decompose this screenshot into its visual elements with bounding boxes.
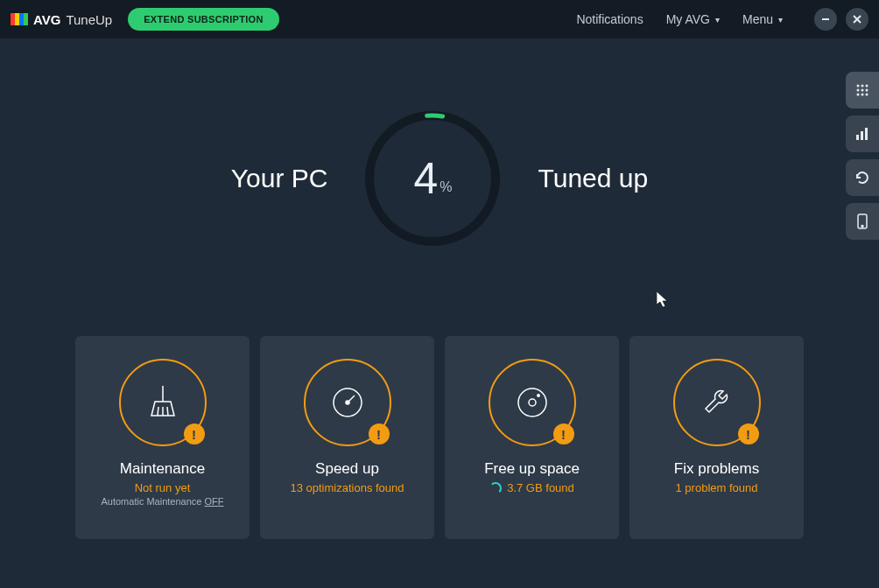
gauge-unit: % xyxy=(440,179,452,195)
svg-point-10 xyxy=(857,89,860,92)
titlebar-nav: Notifications My AVG ▾ Menu ▾ xyxy=(576,8,868,31)
svg-point-30 xyxy=(518,388,546,416)
card-subtitle: 13 optimizations found xyxy=(290,481,404,494)
wrench-icon xyxy=(697,382,737,423)
disk-icon xyxy=(512,382,552,423)
avg-logo-icon xyxy=(11,10,28,28)
svg-rect-17 xyxy=(861,131,863,140)
undo-icon xyxy=(854,170,870,186)
progress-gauge: 4 % xyxy=(362,108,503,248)
svg-point-11 xyxy=(861,89,864,92)
warning-badge-icon: ! xyxy=(738,424,759,444)
svg-point-7 xyxy=(857,85,860,88)
card-icon-wrap: ! xyxy=(489,359,576,446)
chart-icon xyxy=(855,127,869,141)
notifications-label: Notifications xyxy=(576,12,643,26)
card-free-space[interactable]: ! Free up space 3.7 GB found xyxy=(445,336,619,539)
titlebar: AVG TuneUp EXTEND SUBSCRIPTION Notificat… xyxy=(0,0,879,38)
warning-badge-icon: ! xyxy=(369,424,390,444)
card-subtitle: Not run yet xyxy=(135,481,191,494)
svg-point-13 xyxy=(857,94,860,96)
side-tab-phone[interactable] xyxy=(846,203,879,240)
my-avg-label: My AVG xyxy=(666,12,710,26)
side-tabs xyxy=(846,72,879,240)
brand-product: TuneUp xyxy=(66,12,112,27)
svg-rect-18 xyxy=(865,128,868,140)
svg-rect-0 xyxy=(11,13,15,25)
minimize-button[interactable] xyxy=(814,8,837,31)
brand-name: AVG xyxy=(33,12,60,27)
warning-badge-icon: ! xyxy=(184,424,205,444)
svg-rect-3 xyxy=(24,13,28,25)
svg-point-29 xyxy=(346,401,349,404)
svg-rect-2 xyxy=(19,13,24,25)
card-extra: Automatic Maintenance OFF xyxy=(101,496,223,507)
card-title: Free up space xyxy=(484,460,580,478)
card-icon-wrap: ! xyxy=(304,359,391,446)
card-fix-problems[interactable]: ! Fix problems 1 problem found xyxy=(629,336,804,539)
svg-point-15 xyxy=(866,94,868,96)
grid-icon xyxy=(855,83,869,97)
svg-point-12 xyxy=(866,89,868,92)
svg-line-26 xyxy=(167,407,168,416)
card-subtitle: 1 problem found xyxy=(676,481,758,494)
side-tab-undo[interactable] xyxy=(846,159,879,196)
svg-rect-1 xyxy=(15,13,19,25)
my-avg-menu[interactable]: My AVG ▾ xyxy=(666,12,720,26)
chevron-down-icon: ▾ xyxy=(778,15,783,24)
card-subtitle-text: 3.7 GB found xyxy=(507,481,574,494)
svg-point-32 xyxy=(537,395,538,396)
card-icon-wrap: ! xyxy=(119,359,207,446)
svg-rect-16 xyxy=(856,135,859,140)
svg-point-20 xyxy=(861,226,863,228)
svg-line-24 xyxy=(158,407,158,416)
notifications-link[interactable]: Notifications xyxy=(576,12,643,26)
card-icon-wrap: ! xyxy=(673,359,761,446)
side-tab-grid[interactable] xyxy=(846,72,879,108)
card-title: Fix problems xyxy=(674,460,759,478)
card-maintenance[interactable]: ! Maintenance Not run yet Automatic Main… xyxy=(75,336,250,539)
svg-point-9 xyxy=(866,85,868,88)
auto-maint-label: Automatic Maintenance xyxy=(101,496,204,507)
spinner-icon xyxy=(489,482,502,494)
hero-right-text: Tuned up xyxy=(538,164,648,193)
window-controls xyxy=(814,8,868,31)
card-subtitle: 3.7 GB found xyxy=(489,481,574,494)
hero-status: Your PC 4 % Tuned up xyxy=(0,108,879,248)
card-title: Speed up xyxy=(315,460,379,478)
menu-label: Menu xyxy=(742,12,773,26)
side-tab-chart[interactable] xyxy=(846,116,879,152)
brand: AVG TuneUp xyxy=(11,10,112,28)
warning-badge-icon: ! xyxy=(553,424,574,444)
broom-icon xyxy=(143,382,183,423)
card-speed-up[interactable]: ! Speed up 13 optimizations found xyxy=(260,336,434,539)
close-button[interactable] xyxy=(846,8,868,31)
extend-subscription-button[interactable]: EXTEND SUBSCRIPTION xyxy=(128,8,279,31)
svg-point-8 xyxy=(861,85,864,88)
auto-maint-toggle[interactable]: OFF xyxy=(205,496,224,507)
chevron-down-icon: ▾ xyxy=(715,15,720,24)
cursor-icon xyxy=(657,291,671,309)
card-title: Maintenance xyxy=(120,460,205,478)
action-cards: ! Maintenance Not run yet Automatic Main… xyxy=(0,336,879,539)
gauge-value: 4 xyxy=(413,153,438,204)
phone-icon xyxy=(856,214,868,229)
svg-point-14 xyxy=(861,94,864,96)
svg-point-31 xyxy=(529,399,536,406)
gauge-icon xyxy=(327,382,368,423)
menu-dropdown[interactable]: Menu ▾ xyxy=(742,12,783,26)
hero-left-text: Your PC xyxy=(231,164,328,193)
